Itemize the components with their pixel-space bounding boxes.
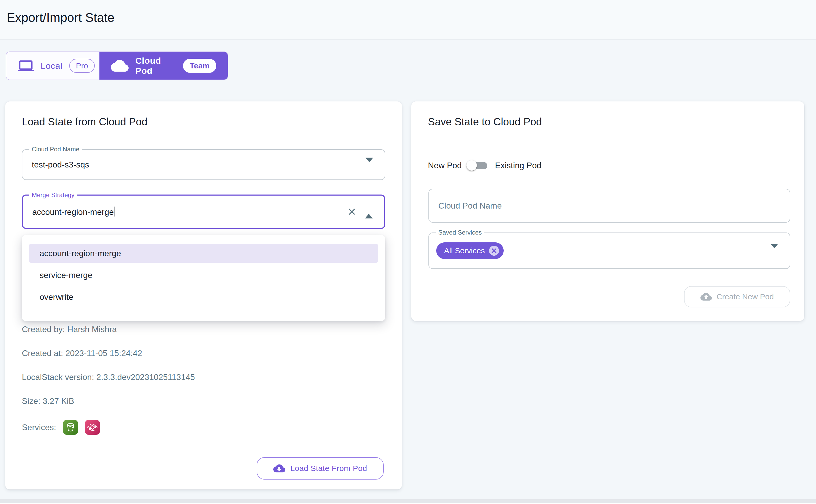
option-service-merge[interactable]: service-merge <box>29 266 378 285</box>
toggle-cloud-pod-label: Cloud Pod <box>135 56 176 76</box>
pod-mode-switch[interactable] <box>463 156 493 175</box>
clear-icon[interactable] <box>347 206 357 217</box>
cloud-pod-name-select[interactable]: Cloud Pod Name test-pod-s3-sqs <box>22 149 385 180</box>
text-cursor <box>114 207 115 217</box>
meta-created-at: Created at: 2023-11-05 15:24:42 <box>22 348 142 358</box>
services-row: Services: <box>22 420 100 435</box>
load-card-title: Load State from Cloud Pod <box>22 116 147 128</box>
merge-strategy-value: account-region-merge <box>32 207 114 217</box>
pod-mode-switch-row: New Pod Existing Pod <box>428 156 541 175</box>
cloud-icon <box>111 57 128 75</box>
load-state-card: Load State from Cloud Pod Cloud Pod Name… <box>5 101 402 489</box>
option-overwrite[interactable]: overwrite <box>29 288 378 306</box>
s3-bucket-icon <box>63 420 78 435</box>
merge-strategy-listbox: account-region-merge service-merge overw… <box>22 235 385 321</box>
chip-delete-icon[interactable] <box>488 245 500 257</box>
toggle-local[interactable]: Local Pro <box>6 52 99 80</box>
cloud-pod-name-select-value: test-pod-s3-sqs <box>32 160 89 170</box>
save-card-title: Save State to Cloud Pod <box>428 116 542 128</box>
switch-thumb <box>466 160 477 171</box>
page-title: Export/Import State <box>7 10 114 25</box>
toggle-local-label: Local <box>41 61 62 71</box>
option-account-region-merge[interactable]: account-region-merge <box>29 244 378 263</box>
cloud-upload-icon <box>701 291 712 302</box>
meta-created-by: Created by: Harsh Mishra <box>22 325 117 334</box>
merge-strategy-label: Merge Strategy <box>29 191 77 199</box>
all-services-chip[interactable]: All Services <box>436 242 504 259</box>
load-state-from-pod-button[interactable]: Load State From Pod <box>257 457 384 480</box>
load-button-label: Load State From Pod <box>291 464 367 473</box>
laptop-icon <box>18 58 34 74</box>
merge-strategy-input[interactable]: Merge Strategy account-region-merge <box>22 195 385 229</box>
meta-localstack-version: LocalStack version: 2.3.3.dev20231025113… <box>22 372 195 382</box>
page-bottom-edge <box>0 503 816 504</box>
page-header: Export/Import State <box>0 0 816 40</box>
team-badge: Team <box>183 59 216 73</box>
saved-services-label: Saved Services <box>436 229 484 236</box>
existing-pod-label: Existing Pod <box>495 161 541 170</box>
saved-services-select[interactable]: Saved Services All Services <box>428 232 790 269</box>
pro-badge: Pro <box>69 59 95 73</box>
cloud-download-icon <box>273 462 285 474</box>
mode-toggle-group: Local Pro Cloud Pod Team <box>6 51 228 80</box>
toggle-cloud-pod[interactable]: Cloud Pod Team <box>99 52 228 80</box>
services-label: Services: <box>22 423 56 432</box>
create-button-label: Create New Pod <box>717 292 774 301</box>
all-services-chip-label: All Services <box>444 246 485 255</box>
cloud-pod-name-select-label: Cloud Pod Name <box>29 146 82 153</box>
horizontal-scrollbar-track[interactable] <box>0 499 816 503</box>
new-pod-label: New Pod <box>428 161 462 170</box>
save-state-card: Save State to Cloud Pod New Pod Existing… <box>411 101 804 321</box>
save-pod-name-input[interactable] <box>428 189 790 223</box>
sqs-icon <box>85 420 100 435</box>
create-new-pod-button[interactable]: Create New Pod <box>684 286 790 307</box>
meta-size: Size: 3.27 KiB <box>22 396 74 406</box>
